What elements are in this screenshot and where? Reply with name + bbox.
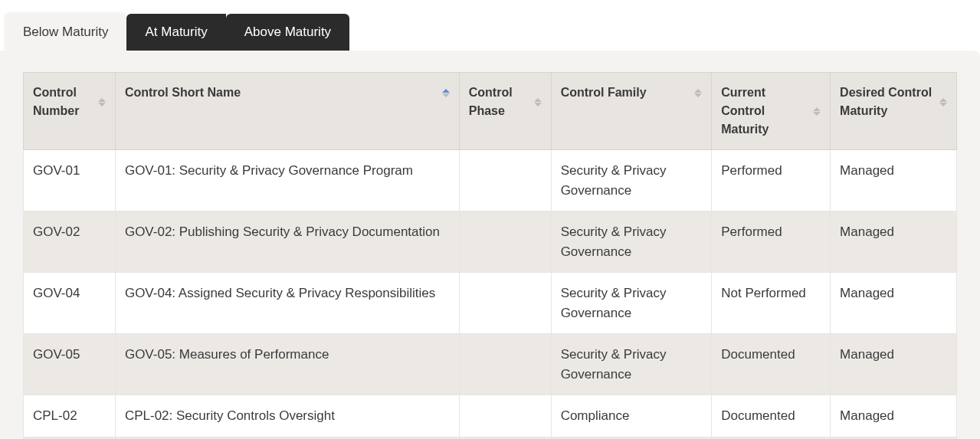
column-control-phase[interactable]: Control Phase [459, 73, 551, 150]
maturity-table: Control Number Control Short Name [23, 72, 957, 439]
column-desired-maturity[interactable]: Desired Control Maturity [831, 73, 957, 150]
content-area: Control Number Control Short Name [0, 51, 980, 439]
cell-control-name: GOV-02: Publishing Security & Privacy Do… [115, 211, 459, 273]
column-control-short-name[interactable]: Control Short Name [115, 73, 459, 150]
cell-control-number: GOV-05 [24, 334, 116, 395]
cell-desired-maturity: Managed [831, 273, 957, 334]
table-row: GOV-04 GOV-04: Assigned Security & Priva… [24, 273, 957, 334]
sort-icon [694, 89, 702, 97]
cell-control-phase [459, 273, 551, 334]
column-label: Control Phase [469, 84, 528, 120]
tab-bar: Below Maturity At Maturity Above Maturit… [0, 0, 980, 51]
cell-control-phase [459, 211, 551, 273]
cell-control-phase [459, 150, 551, 211]
cell-control-family: Security & Privacy Governance [551, 150, 712, 211]
cell-control-number: GOV-04 [24, 273, 116, 334]
cell-desired-maturity: Managed [831, 211, 957, 273]
cell-current-maturity: Performed [712, 150, 831, 211]
column-label: Desired Control Maturity [840, 84, 933, 120]
sort-icon [442, 89, 450, 97]
table-row: GOV-05 GOV-05: Measures of Performance S… [24, 334, 957, 395]
column-label: Control Family [561, 84, 647, 102]
table-body: GOV-01 GOV-01: Security & Privacy Govern… [24, 150, 957, 440]
tab-below-maturity[interactable]: Below Maturity [5, 14, 126, 51]
cell-control-family: Compliance [551, 395, 712, 437]
table-row: CPL-02 CPL-02: Security Controls Oversig… [24, 395, 957, 437]
sort-icon [939, 98, 947, 106]
cell-control-phase [459, 395, 551, 437]
cell-control-family: Security & Privacy Governance [551, 273, 712, 334]
sort-icon [813, 107, 821, 116]
tab-at-maturity[interactable]: At Maturity [126, 14, 225, 51]
cell-control-number: GOV-02 [24, 211, 116, 273]
column-control-family[interactable]: Control Family [551, 73, 712, 150]
column-label: Control Short Name [125, 84, 241, 102]
sort-icon [98, 98, 106, 106]
cell-control-phase [459, 334, 551, 395]
cell-current-maturity: Documented [712, 334, 831, 395]
column-current-maturity[interactable]: Current Control Maturity [712, 73, 831, 150]
cell-current-maturity: Not Performed [712, 273, 831, 334]
cell-control-family: Security & Privacy Governance [551, 211, 712, 273]
column-label: Current Control Maturity [721, 84, 807, 139]
table-row: GOV-02 GOV-02: Publishing Security & Pri… [24, 211, 957, 273]
cell-control-number: GOV-01 [24, 150, 116, 211]
cell-desired-maturity: Managed [831, 150, 957, 211]
cell-control-name: CPL-02: Security Controls Oversight [115, 395, 459, 437]
cell-control-family: Security & Privacy Governance [551, 334, 712, 395]
column-control-number[interactable]: Control Number [24, 73, 116, 150]
tab-above-maturity[interactable]: Above Maturity [226, 14, 349, 51]
table-row: GOV-01 GOV-01: Security & Privacy Govern… [24, 150, 957, 211]
cell-current-maturity: Performed [712, 211, 831, 273]
cell-control-number: CPL-02 [24, 395, 116, 437]
cell-current-maturity: Documented [712, 395, 831, 437]
cell-desired-maturity: Managed [831, 395, 957, 437]
sort-icon [534, 98, 542, 106]
cell-control-name: GOV-05: Measures of Performance [115, 334, 459, 395]
cell-control-name: GOV-01: Security & Privacy Governance Pr… [115, 150, 459, 211]
cell-control-name: GOV-04: Assigned Security & Privacy Resp… [115, 273, 459, 334]
table-header-row: Control Number Control Short Name [24, 73, 957, 150]
cell-desired-maturity: Managed [831, 334, 957, 395]
column-label: Control Number [33, 84, 92, 120]
